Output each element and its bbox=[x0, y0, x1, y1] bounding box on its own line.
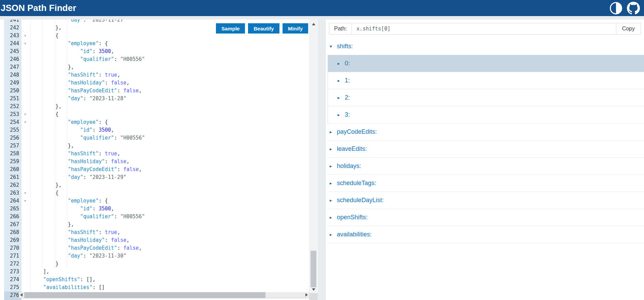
tree-node-label: scheduleTags: bbox=[337, 180, 376, 187]
code-text[interactable]: } bbox=[29, 260, 58, 268]
code-text[interactable]: }, bbox=[29, 181, 61, 189]
scroll-left-arrow-icon[interactable] bbox=[20, 293, 23, 297]
fold-toggle-icon[interactable]: ▾ bbox=[22, 32, 29, 40]
code-text[interactable]: ], bbox=[29, 268, 49, 276]
chevron-right-icon[interactable]: ▸ bbox=[330, 181, 334, 186]
code-text[interactable]: { bbox=[29, 189, 58, 197]
code-text[interactable]: { bbox=[29, 32, 58, 40]
fold-toggle-icon[interactable]: ▾ bbox=[22, 40, 29, 48]
beautify-button[interactable]: Beautify bbox=[248, 23, 279, 34]
tree-row[interactable]: ▸0: bbox=[328, 55, 644, 72]
code-text[interactable]: "day": "2023-11-30" bbox=[29, 252, 126, 260]
json-editor[interactable]: 241 "day": "2023-11-27"242 },243▾ {244▾ … bbox=[0, 19, 318, 300]
path-input[interactable] bbox=[352, 23, 616, 34]
chevron-right-icon[interactable]: ▸ bbox=[338, 78, 342, 83]
tree-row[interactable]: ▸leaveEdits: bbox=[328, 141, 644, 158]
tree-row[interactable]: ▸holidays: bbox=[328, 158, 644, 175]
code-text[interactable]: }, bbox=[29, 221, 74, 229]
fold-gutter bbox=[22, 221, 29, 229]
line-number: 251 bbox=[4, 95, 22, 103]
tree-row[interactable]: ▾shifts: bbox=[328, 38, 644, 55]
tree-row[interactable]: ▸payCodeEdits: bbox=[328, 123, 644, 141]
code-line: 252 }, bbox=[0, 103, 318, 110]
tree-row[interactable]: ▸1: bbox=[328, 72, 644, 89]
tree-row[interactable]: ▸3: bbox=[328, 106, 644, 123]
code-line: 262 }, bbox=[0, 181, 318, 189]
chevron-right-icon[interactable]: ▸ bbox=[330, 146, 334, 152]
fold-gutter bbox=[22, 276, 29, 284]
scroll-right-arrow-icon[interactable] bbox=[305, 293, 308, 297]
code-text[interactable]: "employee": { bbox=[29, 40, 108, 48]
line-number: 257 bbox=[4, 142, 22, 150]
code-text[interactable]: "hasHoliday": false, bbox=[29, 79, 129, 87]
horizontal-scrollbar[interactable] bbox=[19, 292, 309, 298]
code-text[interactable]: "qualifier": "H00556" bbox=[29, 55, 145, 63]
horizontal-scrollbar-thumb[interactable] bbox=[24, 292, 265, 298]
code-text[interactable]: }, bbox=[29, 24, 61, 32]
line-number: 256 bbox=[4, 134, 22, 142]
code-text[interactable]: "id": 3500, bbox=[29, 48, 114, 55]
fold-gutter bbox=[22, 236, 29, 244]
code-text[interactable]: "hasHoliday": false, bbox=[29, 236, 129, 244]
minify-button[interactable]: Minify bbox=[283, 23, 308, 34]
code-text[interactable]: }, bbox=[29, 103, 61, 110]
code-text[interactable]: "hasPayCodeEdit": false, bbox=[29, 87, 142, 95]
tree-row[interactable]: ▸availabilities: bbox=[328, 226, 644, 243]
line-number: 254 bbox=[4, 118, 22, 126]
fold-toggle-icon[interactable]: ▾ bbox=[22, 189, 29, 197]
fold-toggle-icon[interactable]: ▾ bbox=[22, 118, 29, 126]
tree-row[interactable]: ▸openShifts: bbox=[328, 209, 644, 226]
theme-contrast-toggle-icon[interactable] bbox=[610, 2, 622, 14]
code-text[interactable]: }, bbox=[29, 63, 74, 71]
tree-row[interactable]: ▸2: bbox=[328, 89, 644, 106]
chevron-right-icon[interactable]: ▸ bbox=[338, 95, 342, 100]
tree-node-label: scheduleDayList: bbox=[337, 197, 384, 204]
tree-node: ▸payCodeEdits: bbox=[328, 123, 644, 141]
code-text[interactable]: "day": "2023-11-28" bbox=[29, 95, 126, 103]
vertical-scrollbar-thumb[interactable] bbox=[311, 251, 316, 287]
code-text[interactable]: "availabilities": [] bbox=[29, 284, 105, 291]
chevron-right-icon[interactable]: ▸ bbox=[338, 112, 342, 117]
tree-node: ▸0: bbox=[328, 55, 644, 72]
fold-gutter bbox=[22, 260, 29, 268]
tree-row[interactable]: ▸scheduleTags: bbox=[328, 175, 644, 192]
copy-button[interactable]: Copy bbox=[616, 23, 641, 34]
vertical-scrollbar[interactable] bbox=[309, 19, 317, 293]
code-text[interactable]: "hasHoliday": false, bbox=[29, 158, 129, 166]
fold-toggle-icon[interactable]: ▾ bbox=[22, 110, 29, 118]
code-text[interactable]: "employee": { bbox=[29, 118, 108, 126]
code-text[interactable]: "hasShift": true, bbox=[29, 150, 120, 158]
tree-node-label: availabilities: bbox=[337, 231, 372, 238]
fold-gutter bbox=[22, 87, 29, 95]
code-text[interactable]: "id": 3500, bbox=[29, 205, 114, 213]
chevron-right-icon[interactable]: ▸ bbox=[330, 129, 334, 134]
code-text[interactable]: "hasShift": true, bbox=[29, 71, 120, 79]
code-text[interactable]: }, bbox=[29, 142, 74, 150]
chevron-right-icon[interactable]: ▸ bbox=[330, 232, 334, 237]
code-text[interactable]: "day": "2023-11-27" bbox=[29, 19, 126, 24]
code-line: 275 "availabilities": [] bbox=[0, 284, 318, 291]
code-text[interactable]: "day": "2023-11-29" bbox=[29, 173, 126, 181]
code-text[interactable]: { bbox=[29, 110, 58, 118]
chevron-down-icon[interactable]: ▾ bbox=[330, 44, 334, 49]
chevron-right-icon[interactable]: ▸ bbox=[330, 215, 334, 220]
code-text[interactable]: "hasPayCodeEdit": false, bbox=[29, 244, 142, 252]
code-text[interactable]: "qualifier": "H00556" bbox=[29, 213, 145, 221]
code-text[interactable]: "openShifts": [], bbox=[29, 276, 96, 284]
fold-toggle-icon[interactable]: ▾ bbox=[22, 197, 29, 205]
tree-row[interactable]: ▸scheduleDayList: bbox=[328, 192, 644, 209]
github-icon[interactable] bbox=[627, 2, 640, 15]
scroll-up-arrow-icon[interactable] bbox=[312, 23, 315, 25]
code-text[interactable]: "qualifier": "H00556" bbox=[29, 134, 145, 142]
chevron-right-icon[interactable]: ▸ bbox=[338, 61, 342, 66]
chevron-right-icon[interactable]: ▸ bbox=[330, 198, 334, 203]
code-text[interactable]: "employee": { bbox=[29, 197, 108, 205]
sample-button[interactable]: Sample bbox=[216, 23, 245, 34]
line-number: 255 bbox=[4, 126, 22, 134]
code-text[interactable]: "hasShift": true, bbox=[29, 229, 120, 236]
code-line: 254▾ "employee": { bbox=[0, 118, 318, 126]
code-text[interactable]: "id": 3500, bbox=[29, 126, 114, 134]
chevron-right-icon[interactable]: ▸ bbox=[330, 164, 334, 169]
scroll-down-arrow-icon[interactable] bbox=[312, 288, 315, 291]
code-text[interactable]: "hasPayCodeEdit": false, bbox=[29, 166, 142, 173]
